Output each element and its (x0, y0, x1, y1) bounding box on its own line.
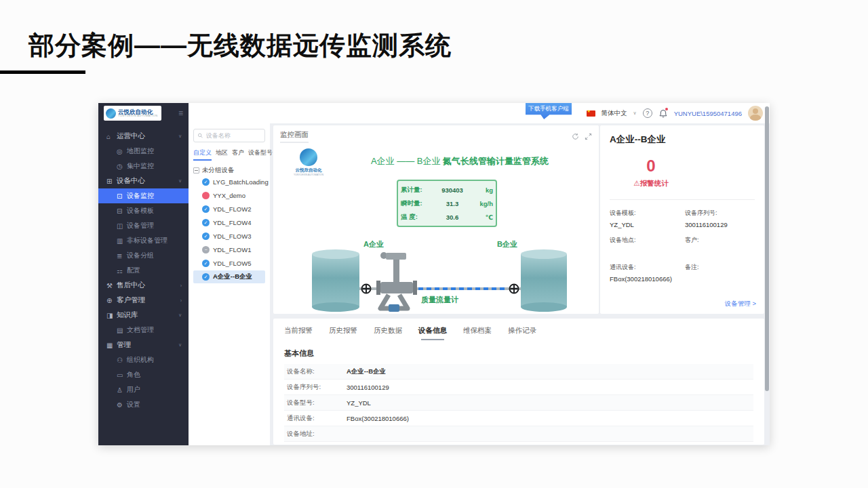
notification-dot (665, 108, 668, 110)
reading-row: 瞬时量:31.3kg/h (401, 197, 493, 210)
sidebar-item-label: 设备监控 (127, 191, 154, 201)
device-item[interactable]: ✓YDL_FLOW3 (193, 230, 265, 243)
device-search[interactable] (193, 129, 265, 142)
sidebar-item-device-manage[interactable]: ◫设备管理 (98, 218, 189, 233)
device-item[interactable]: ✓YDL_FLOW5 (193, 257, 265, 270)
field-value: 300116100129 (685, 221, 755, 228)
avatar[interactable] (748, 106, 763, 121)
tab-history-alarms[interactable]: 历史报警 (329, 326, 357, 340)
sidebar-item-aftersales-center[interactable]: ⚒售后中心› (98, 278, 189, 293)
table-row: 设备型号:YZ_YDL (284, 395, 753, 411)
hamburger-icon[interactable]: ≡ (178, 108, 183, 118)
grid-icon: ⊞ (106, 178, 117, 185)
sidebar-item-central-monitor[interactable]: ◷集中监控 (98, 159, 189, 174)
scrollbar-thumb[interactable] (765, 106, 769, 391)
username[interactable]: YUNYUE\15950471496 (674, 110, 742, 117)
device-item[interactable]: YYX_demo (193, 189, 265, 202)
tab-region[interactable]: 地区 (216, 148, 228, 161)
sidebar-item-user[interactable]: ♙用户 (98, 382, 189, 397)
role-icon: ▭ (117, 371, 127, 379)
tab-custom[interactable]: 自定义 (193, 148, 212, 161)
sidebar-item-settings[interactable]: ⚙设置 (98, 397, 189, 412)
alarm-count: 0 (627, 157, 675, 176)
refresh-icon[interactable] (572, 133, 579, 140)
device-item[interactable]: −YDL_FLOW1 (193, 243, 265, 256)
download-app-button[interactable]: 下载手机客户端 (526, 103, 572, 119)
scada-diagram: 云悦欣自动化 YUNYUEXIN AUTOMATION A企业 —— B企业 氮… (273, 144, 599, 312)
chevron-right-icon: › (180, 298, 182, 303)
sidebar-item-label: 文档管理 (127, 325, 154, 335)
reading-row: 温 度:30.6℃ (401, 210, 493, 224)
device-name: A企业--B企业 (213, 272, 252, 281)
detail-card: 当前报警 历史报警 历史数据 设备信息 维保档案 操作记录 基本信息 设备名称:… (273, 319, 764, 445)
basic-info-title: 基本信息 (284, 348, 753, 359)
tab-operation-log[interactable]: 操作记录 (508, 326, 536, 340)
device-fields: 设备模板:YZ_YDL 设备序列号:300116100129 设备地点: 客户:… (610, 201, 755, 283)
sidebar-item-label: 角色 (127, 370, 140, 380)
logo-icon (300, 148, 317, 166)
sidebar-item-map-monitor[interactable]: ◎地图监控 (98, 144, 189, 159)
device-item[interactable]: ✓YDL_FLOW4 (193, 216, 265, 229)
sidebar-item-role[interactable]: ▭角色 (98, 367, 189, 382)
device-name: YDL_FLOW2 (213, 205, 252, 213)
device-manage-icon: ◫ (117, 222, 127, 230)
search-input[interactable] (206, 132, 261, 139)
collapse-icon[interactable] (193, 167, 199, 174)
chevron-down-icon: ∨ (178, 312, 182, 318)
tab-current-alarms[interactable]: 当前报警 (284, 326, 313, 340)
user-icon: ♙ (117, 386, 127, 394)
home-icon: ⌂ (106, 133, 117, 140)
device-title: A企业--B企业 (610, 134, 755, 146)
sidebar-item-nonstandard-device-manage[interactable]: ▥非标设备管理 (98, 233, 189, 248)
sidebar-item-device-center[interactable]: ⊞设备中心∨ (98, 174, 189, 188)
device-item[interactable]: ✓LYG_BatchLoading (193, 176, 265, 188)
bell-icon[interactable] (658, 108, 668, 119)
device-item[interactable]: ✓YDL_FLOW2 (193, 203, 265, 216)
help-icon[interactable]: ? (643, 108, 652, 118)
scrollbar[interactable] (765, 105, 769, 443)
language-selector[interactable]: 简体中文 (601, 109, 627, 118)
sidebar-item-device-template[interactable]: ⊟设备模板 (98, 203, 189, 218)
sidebar-item-label: 设备中心 (117, 176, 145, 186)
sidebar-item-customer-manage[interactable]: ⊕客户管理› (98, 293, 189, 308)
sidebar-item-admin[interactable]: ▦管理∨ (98, 338, 189, 352)
sidebar-menu: ⌂运营中心∨ ◎地图监控 ◷集中监控 ⊞设备中心∨ ⊡设备监控 ⊟设备模板 ◫设… (98, 123, 189, 412)
status-online-icon: ✓ (202, 260, 210, 267)
device-list-panel: 自定义 地区 客户 设备型号 未分组设备 ✓LYG_BatchLoading Y… (189, 123, 270, 445)
sidebar-item-operations-center[interactable]: ⌂运营中心∨ (98, 129, 189, 144)
tab-customer[interactable]: 客户 (232, 148, 244, 161)
org-icon: ⚇ (117, 357, 127, 364)
alarm-statistics[interactable]: 0 ⚠报警统计 (627, 157, 675, 188)
field-label: 设备模板: (610, 209, 679, 218)
field-label: 备注: (685, 263, 755, 272)
status-alarm-icon (202, 192, 210, 199)
sidebar-item-device-monitor[interactable]: ⊡设备监控 (98, 188, 189, 203)
tab-history-data[interactable]: 历史数据 (374, 326, 402, 340)
device-manage-link[interactable]: 设备管理 > (725, 300, 756, 308)
sidebar-item-label: 客户管理 (117, 296, 145, 305)
sidebar-item-label: 管理 (117, 340, 131, 350)
sidebar-item-label: 售后中心 (117, 281, 145, 290)
status-online-icon: ✓ (202, 219, 210, 226)
field-label: 客户: (685, 236, 755, 245)
group-label: 未分组设备 (202, 166, 235, 175)
tab-device-model[interactable]: 设备型号 (248, 148, 273, 161)
sidebar-item-organization[interactable]: ⚇组织机构 (98, 352, 189, 367)
sidebar-item-knowledge-base[interactable]: ◨知识库∨ (98, 308, 189, 323)
device-group-row[interactable]: 未分组设备 (193, 166, 265, 175)
sidebar-item-device-group[interactable]: ≣设备分组 (98, 248, 189, 263)
field-label: 设备序列号: (685, 209, 755, 218)
sidebar-item-doc-manage[interactable]: ▤文档管理 (98, 323, 189, 338)
readings-table: 累计量:930403kg 瞬时量:31.3kg/h 温 度:30.6℃ (397, 180, 497, 227)
tab-device-info[interactable]: 设备信息 (418, 326, 447, 340)
device-info-panel: A企业--B企业 0 ⚠报警统计 设备模板:YZ_YDL 设备序列号:30011… (600, 125, 764, 314)
chevron-right-icon: › (180, 283, 182, 288)
app-logo: 云悦欣自动化 YUNYUEXIN AUTOMATION (104, 106, 161, 121)
tab-maintenance-records[interactable]: 维保档案 (463, 326, 492, 340)
doc-icon: ▤ (117, 327, 127, 334)
expand-icon[interactable] (585, 133, 592, 140)
table-row: 设备序列号:300116100129 (284, 380, 753, 395)
sidebar-item-config[interactable]: ⚏配置 (98, 263, 189, 278)
sidebar-item-label: 知识库 (117, 310, 138, 320)
device-item-selected[interactable]: ✓A企业--B企业 (193, 270, 265, 283)
